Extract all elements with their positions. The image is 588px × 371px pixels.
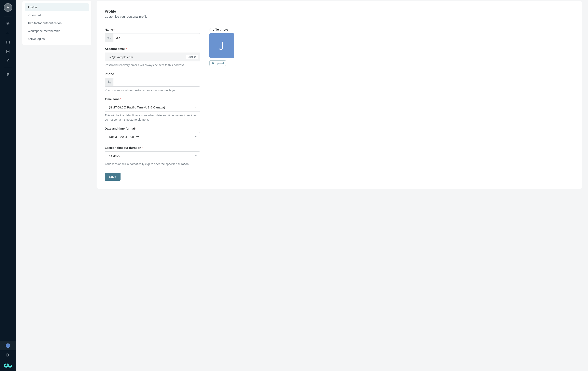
user-avatar-letter: J bbox=[8, 345, 9, 347]
email-value: jie@example.com bbox=[109, 55, 186, 59]
settings-nav-label: Profile bbox=[28, 5, 37, 9]
photo-initial: J bbox=[219, 39, 224, 53]
timezone-help: This will be the default time zone when … bbox=[105, 113, 200, 122]
workspace-avatar-letter: A bbox=[7, 6, 9, 9]
datetime-select[interactable]: Dec 31, 2024 1:00 PM ▼ bbox=[105, 132, 200, 141]
page-title: Profile bbox=[105, 9, 574, 14]
field-phone: Phone Phone number where customer succes… bbox=[105, 72, 200, 92]
document-icon bbox=[6, 72, 10, 76]
session-label: Session timeout duration* bbox=[105, 146, 200, 150]
nav-logout[interactable] bbox=[0, 350, 16, 360]
profile-photo: J bbox=[210, 33, 234, 58]
timezone-select[interactable]: (GMT-08:00) Pacific Time (US & Canada) ▼ bbox=[105, 103, 200, 112]
page-subtitle: Customize your personal profile. bbox=[105, 15, 574, 18]
nav-projects[interactable] bbox=[0, 19, 16, 28]
field-session: Session timeout duration* 14 days ▼ Your… bbox=[105, 146, 200, 166]
settings-nav-label: Two-factor authentication bbox=[28, 21, 62, 25]
email-help: Password recovery emails will always be … bbox=[105, 63, 200, 67]
svg-rect-9 bbox=[8, 74, 9, 76]
book-icon bbox=[6, 40, 10, 44]
settings-nav-label: Active logins bbox=[28, 37, 45, 40]
divider bbox=[105, 22, 574, 22]
nav-user-profile[interactable]: J bbox=[0, 341, 16, 350]
svg-marker-0 bbox=[7, 22, 10, 24]
field-name: Name* ABC bbox=[105, 28, 200, 42]
user-avatar-small: J bbox=[6, 343, 10, 348]
settings-nav-label: Workspace membership bbox=[28, 29, 60, 33]
phone-icon bbox=[105, 78, 113, 86]
photo-label: Profile photo bbox=[210, 28, 236, 31]
layers-icon bbox=[6, 21, 10, 26]
name-label: Name* bbox=[105, 28, 200, 31]
timezone-value: (GMT-08:00) Pacific Time (US & Canada) bbox=[109, 106, 195, 109]
sidebar-divider bbox=[4, 67, 12, 67]
session-value: 14 days bbox=[109, 154, 195, 158]
settings-nav-logins[interactable]: Active logins bbox=[25, 35, 89, 43]
logout-icon bbox=[6, 353, 10, 357]
phone-help: Phone number where customer success can … bbox=[105, 88, 200, 92]
change-email-button[interactable]: Change bbox=[186, 55, 198, 59]
session-help: Your session will automatically expire a… bbox=[105, 162, 200, 166]
svg-rect-8 bbox=[7, 73, 9, 75]
nav-tools[interactable] bbox=[0, 56, 16, 65]
caret-down-icon: ▼ bbox=[195, 155, 197, 157]
main-sidebar: A J bbox=[0, 0, 16, 371]
settings-nav-label: Password bbox=[28, 13, 41, 17]
text-type-icon: ABC bbox=[105, 33, 113, 42]
required-marker: * bbox=[142, 146, 143, 150]
required-marker: * bbox=[126, 47, 127, 50]
grid-icon bbox=[6, 50, 10, 53]
nav-docs[interactable] bbox=[0, 70, 16, 79]
field-datetime: Date and time format* Dec 31, 2024 1:00 … bbox=[105, 127, 200, 141]
email-readonly: jie@example.com Change bbox=[105, 52, 200, 61]
settings-nav-workspace[interactable]: Workspace membership bbox=[25, 27, 89, 35]
upload-button[interactable]: Upload bbox=[210, 60, 226, 66]
workato-logo-icon bbox=[4, 363, 12, 368]
nav-data[interactable] bbox=[0, 47, 16, 56]
settings-nav: Profile Password Two-factor authenticati… bbox=[22, 1, 91, 45]
upload-label: Upload bbox=[215, 62, 224, 65]
nav-dashboard[interactable] bbox=[0, 28, 16, 38]
brand-logo bbox=[0, 360, 16, 371]
bar-chart-icon bbox=[6, 31, 10, 35]
caret-down-icon: ▼ bbox=[195, 106, 197, 109]
settings-nav-2fa[interactable]: Two-factor authentication bbox=[25, 19, 89, 27]
settings-nav-profile[interactable]: Profile bbox=[25, 3, 89, 11]
nav-library[interactable] bbox=[0, 38, 16, 47]
caret-down-icon: ▼ bbox=[195, 135, 197, 138]
required-marker: * bbox=[135, 127, 136, 130]
sidebar-divider bbox=[4, 16, 12, 16]
phone-input[interactable] bbox=[113, 78, 200, 86]
wrench-icon bbox=[6, 59, 10, 63]
email-label: Account email* bbox=[105, 47, 200, 50]
workspace-avatar[interactable]: A bbox=[4, 3, 12, 12]
required-marker: * bbox=[120, 97, 121, 101]
session-select[interactable]: 14 days ▼ bbox=[105, 151, 200, 160]
datetime-label: Date and time format* bbox=[105, 127, 200, 130]
field-email: Account email* jie@example.com Change Pa… bbox=[105, 47, 200, 67]
camera-icon bbox=[212, 62, 214, 64]
profile-card: Profile Customize your personal profile.… bbox=[97, 1, 582, 189]
save-button[interactable]: Save bbox=[105, 173, 121, 181]
phone-label: Phone bbox=[105, 72, 200, 76]
required-marker: * bbox=[113, 28, 115, 31]
svg-point-13 bbox=[212, 63, 213, 64]
settings-nav-password[interactable]: Password bbox=[25, 11, 89, 19]
datetime-value: Dec 31, 2024 1:00 PM bbox=[109, 135, 195, 139]
name-input[interactable] bbox=[113, 33, 200, 42]
field-timezone: Time zone* (GMT-08:00) Pacific Time (US … bbox=[105, 97, 200, 122]
timezone-label: Time zone* bbox=[105, 97, 200, 101]
